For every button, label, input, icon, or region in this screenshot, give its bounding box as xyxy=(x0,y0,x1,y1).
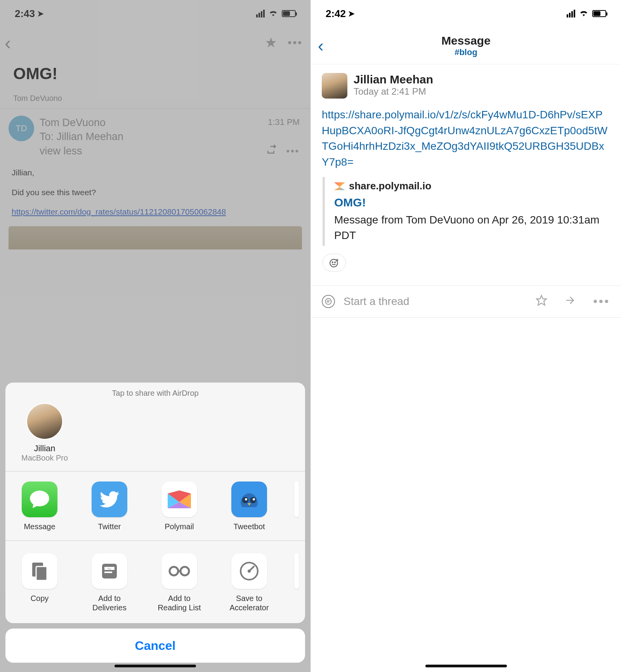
svg-rect-10 xyxy=(36,566,47,580)
svg-point-22 xyxy=(332,262,333,263)
share-action-deliveries[interactable]: TO: Add to Deliveries xyxy=(83,553,136,612)
svg-point-20 xyxy=(248,570,251,573)
share-label: Copy xyxy=(31,594,49,603)
share-sheet: Tap to share with AirDrop Jillian MacBoo… xyxy=(5,383,305,663)
author-name[interactable]: Jillian Meehan xyxy=(354,73,433,86)
status-indicators xyxy=(567,9,606,19)
svg-marker-29 xyxy=(537,295,546,305)
svg-point-6 xyxy=(245,498,247,501)
add-reaction-button[interactable] xyxy=(323,254,346,272)
share-action-overflow[interactable] xyxy=(293,553,300,612)
attachment-site-label: share.polymail.io xyxy=(349,180,431,192)
share-app-polymail[interactable]: Polymail xyxy=(153,481,206,531)
home-indicator[interactable] xyxy=(425,665,507,667)
share-app-message[interactable]: Message xyxy=(13,481,66,531)
share-label: Message xyxy=(24,522,55,531)
status-bar-right: 2:42 ➤ xyxy=(311,0,621,27)
star-button[interactable] xyxy=(536,294,547,309)
svg-rect-14 xyxy=(104,572,112,573)
deliveries-icon: TO: xyxy=(92,553,127,589)
share-label: Polymail xyxy=(165,522,194,531)
attachment-site: share.polymail.io xyxy=(334,180,610,192)
share-app-twitter[interactable]: Twitter xyxy=(83,481,136,531)
share-link[interactable]: https://share.polymail.io/v1/z/s/ckFy4wM… xyxy=(322,107,610,170)
page-title: Message xyxy=(441,34,491,47)
share-app-overflow[interactable] xyxy=(293,481,300,531)
attachment-description: Message from Tom DeVuono on Apr 26, 2019… xyxy=(334,212,610,242)
share-actions-row: Copy TO: Add to Deliveries Add to Readin… xyxy=(5,541,305,623)
forward-button[interactable] xyxy=(564,294,576,309)
svg-point-7 xyxy=(253,498,255,501)
twitter-icon xyxy=(92,481,127,517)
email-app-pane: 2:43 ➤ ‹ ★ ••• OMG! Tom DeVuono TD xyxy=(0,0,310,672)
back-button[interactable]: ‹ xyxy=(318,36,324,55)
copy-icon xyxy=(22,553,57,589)
share-app-tweetbot[interactable]: Tweetbot xyxy=(223,481,276,531)
svg-text:TO:: TO: xyxy=(108,568,111,570)
battery-icon xyxy=(592,10,606,17)
overflow-icon xyxy=(294,553,299,589)
message-icon xyxy=(22,481,57,517)
accelerator-icon xyxy=(231,553,267,589)
airdrop-avatar xyxy=(26,403,63,440)
attachment-title: OMG! xyxy=(334,196,610,209)
message-timestamp: Today at 2:41 PM xyxy=(354,86,433,97)
polymail-icon xyxy=(161,481,197,517)
svg-point-23 xyxy=(335,262,335,263)
polymail-favicon xyxy=(334,182,345,190)
slack-nav-bar: ‹ Message #blog xyxy=(311,27,621,64)
share-action-accelerator[interactable]: Save to Accelerator xyxy=(223,553,276,612)
cell-signal-icon xyxy=(567,10,575,17)
share-label: Add to Reading List xyxy=(153,594,206,612)
share-label: Twitter xyxy=(98,522,121,531)
airdrop-contact[interactable]: Jillian MacBook Pro xyxy=(8,403,82,462)
clock-text: 2:42 xyxy=(326,8,346,20)
share-action-copy[interactable]: Copy xyxy=(13,553,66,612)
thread-icon xyxy=(322,295,335,308)
thread-input[interactable]: Start a thread xyxy=(343,295,527,308)
svg-point-26 xyxy=(326,299,331,305)
more-button[interactable]: ••• xyxy=(593,295,610,308)
cancel-button[interactable]: Cancel xyxy=(5,629,305,663)
overflow-icon xyxy=(294,481,299,517)
thread-reply-bar: Start a thread ••• xyxy=(311,286,621,318)
airdrop-section: Tap to share with AirDrop Jillian MacBoo… xyxy=(5,383,305,471)
svg-point-16 xyxy=(180,567,189,575)
channel-name[interactable]: #blog xyxy=(441,47,491,57)
svg-point-15 xyxy=(170,567,178,575)
share-label: Tweetbot xyxy=(233,522,265,531)
reading-list-icon xyxy=(161,553,197,589)
airdrop-name: Jillian xyxy=(34,443,55,454)
share-apps-row: Message Twitter Polymail xyxy=(5,471,305,541)
svg-rect-11 xyxy=(102,564,117,578)
share-action-reading-list[interactable]: Add to Reading List xyxy=(153,553,206,612)
airdrop-device: MacBook Pro xyxy=(21,454,68,462)
share-label: Add to Deliveries xyxy=(83,594,136,612)
home-indicator[interactable] xyxy=(114,665,196,667)
link-attachment[interactable]: share.polymail.io OMG! Message from Tom … xyxy=(323,177,610,246)
author-avatar[interactable] xyxy=(322,73,347,99)
status-time: 2:42 ➤ xyxy=(326,8,355,20)
location-icon: ➤ xyxy=(348,9,355,18)
slack-message-pane: 2:42 ➤ ‹ Message #blog Jillian xyxy=(310,0,621,672)
airdrop-hint: Tap to share with AirDrop xyxy=(5,389,305,398)
share-label: Save to Accelerator xyxy=(223,594,276,612)
slack-message: Jillian Meehan Today at 2:41 PM https://… xyxy=(311,64,621,279)
tweetbot-icon xyxy=(231,481,267,517)
wifi-icon xyxy=(579,9,588,19)
